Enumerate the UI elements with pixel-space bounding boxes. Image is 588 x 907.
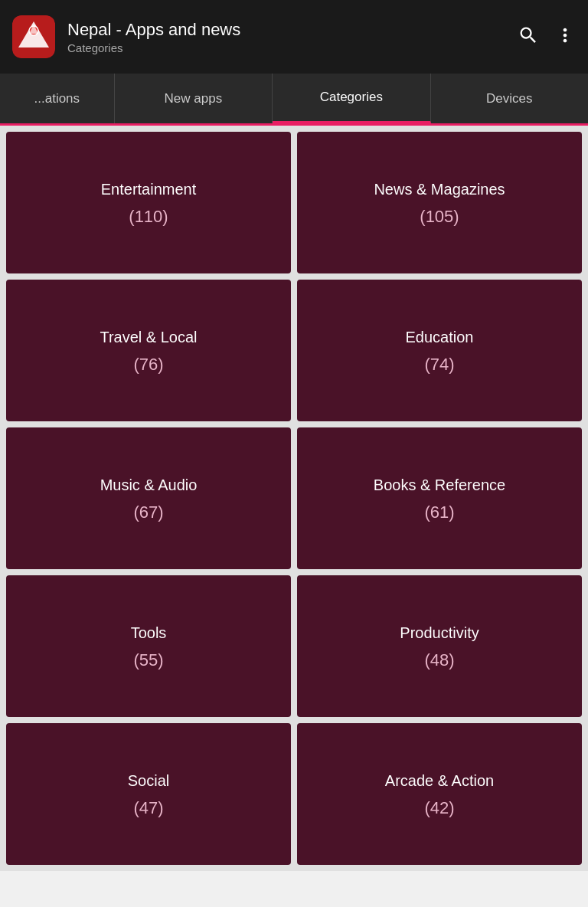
category-cell[interactable]: Tools(55) <box>6 575 291 717</box>
category-cell[interactable]: Entertainment(110) <box>6 132 291 273</box>
tab-new-apps[interactable]: New apps <box>115 74 273 123</box>
category-name: Arcade & Action <box>385 771 494 791</box>
app-header: Nepal - Apps and news Categories <box>0 0 588 74</box>
search-icon[interactable] <box>518 25 539 49</box>
tab-applications[interactable]: ...ations <box>0 74 115 123</box>
category-count: (47) <box>133 798 163 818</box>
category-count: (42) <box>424 798 454 818</box>
header-actions <box>518 25 576 49</box>
category-name: Music & Audio <box>100 475 198 495</box>
category-name: Education <box>406 327 474 347</box>
tab-devices[interactable]: Devices <box>431 74 588 123</box>
category-count: (55) <box>133 650 163 670</box>
app-subtitle: Categories <box>67 41 240 54</box>
header-left: Nepal - Apps and news Categories <box>12 15 240 58</box>
category-name: News & Magazines <box>374 179 505 199</box>
category-cell[interactable]: Books & Reference(61) <box>297 427 582 569</box>
category-cell[interactable]: Arcade & Action(42) <box>297 723 582 865</box>
category-name: Travel & Local <box>100 327 197 347</box>
category-cell[interactable]: Productivity(48) <box>297 575 582 717</box>
category-name: Productivity <box>400 623 479 643</box>
category-cell[interactable]: Education(74) <box>297 280 582 421</box>
category-cell[interactable]: Social(47) <box>6 723 291 865</box>
category-name: Entertainment <box>101 179 197 199</box>
category-cell[interactable]: News & Magazines(105) <box>297 132 582 273</box>
category-count: (105) <box>420 207 459 227</box>
category-count: (48) <box>424 650 454 670</box>
category-name: Tools <box>131 623 167 643</box>
category-count: (74) <box>424 355 454 375</box>
app-icon <box>12 15 55 58</box>
category-count: (67) <box>133 503 163 522</box>
category-count: (76) <box>133 355 163 375</box>
app-title: Nepal - Apps and news <box>67 19 240 41</box>
category-name: Social <box>128 771 169 791</box>
header-title-block: Nepal - Apps and news Categories <box>67 19 240 54</box>
category-cell[interactable]: Travel & Local(76) <box>6 280 291 421</box>
tab-bar: ...ations New apps Categories Devices <box>0 74 588 126</box>
category-grid: Entertainment(110)News & Magazines(105)T… <box>0 126 588 871</box>
category-count: (61) <box>424 503 454 522</box>
tab-categories[interactable]: Categories <box>273 74 430 123</box>
category-name: Books & Reference <box>374 475 505 495</box>
more-vert-icon[interactable] <box>554 25 576 49</box>
category-cell[interactable]: Music & Audio(67) <box>6 427 291 569</box>
category-count: (110) <box>129 207 168 227</box>
